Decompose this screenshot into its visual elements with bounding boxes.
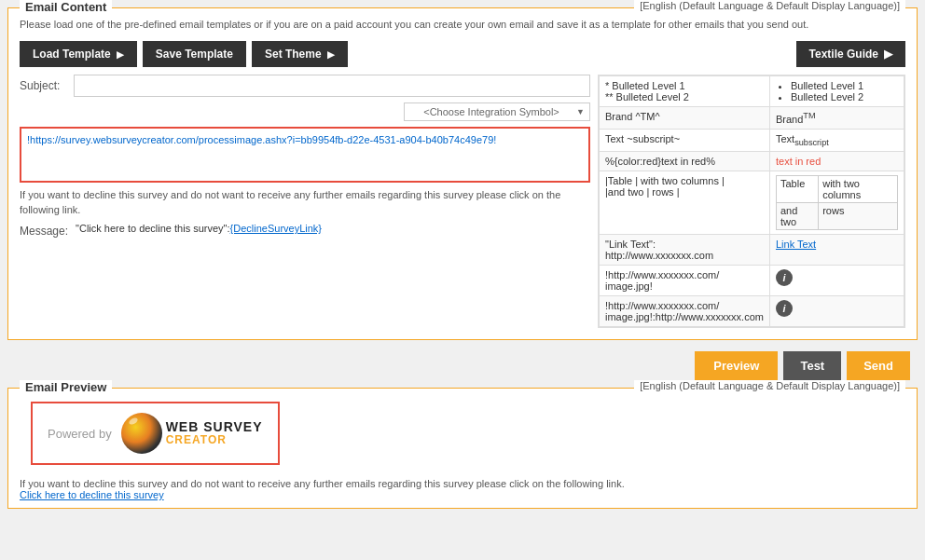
textile-preview: BrandTM bbox=[769, 107, 904, 130]
logo-text-bottom: CREATOR bbox=[166, 434, 263, 446]
textile-preview: text in red bbox=[769, 152, 904, 171]
email-content-title: Email Content bbox=[20, 0, 112, 14]
info-icon: i bbox=[776, 300, 793, 317]
textile-code: "Link Text":http://www.xxxxxxx.com bbox=[600, 235, 770, 266]
integration-row: <Choose Integration Symbol> bbox=[20, 102, 590, 121]
logo-text: WEB SURVEY CREATOR bbox=[166, 420, 263, 447]
preview-button[interactable]: Preview bbox=[695, 351, 778, 380]
textile-code: !http://www.xxxxxxx.com/image.jpg!:http:… bbox=[600, 296, 770, 327]
email-preview-title: Email Preview bbox=[20, 380, 112, 394]
left-panel: Subject: <Choose Integration Symbol> !ht… bbox=[20, 75, 590, 328]
textile-preview: Link Text bbox=[769, 235, 904, 266]
set-theme-button[interactable]: Set Theme ▶ bbox=[252, 41, 348, 67]
textile-guide-button[interactable]: Textile Guide ▶ bbox=[796, 41, 905, 67]
textile-guide-table: * Bulleted Level 1** Bulleted Level 2 Bu… bbox=[599, 75, 904, 327]
email-content-section: Email Content [English (Default Language… bbox=[7, 7, 918, 340]
decline-survey-preview-link[interactable]: Click here to decline this survey bbox=[20, 489, 164, 500]
load-template-button[interactable]: Load Template ▶ bbox=[20, 41, 137, 67]
message-content: "Click here to decline this survey":{Dec… bbox=[76, 223, 590, 238]
load-template-arrow-icon: ▶ bbox=[117, 49, 124, 60]
editor-content: !https://survey.websurveycreator.com/pro… bbox=[27, 134, 496, 145]
textile-guide-arrow-icon: ▶ bbox=[884, 48, 892, 61]
table-row: Text ~subscript~ Textsubscript bbox=[600, 130, 904, 152]
textile-preview: Tablewith two columns and tworows bbox=[769, 171, 904, 235]
table-row: * Bulleted Level 1** Bulleted Level 2 Bu… bbox=[600, 76, 904, 107]
set-theme-arrow-icon: ▶ bbox=[327, 49, 335, 60]
table-row: !http://www.xxxxxxx.com/image.jpg! i bbox=[600, 266, 904, 296]
integration-select[interactable]: <Choose Integration Symbol> bbox=[404, 102, 590, 121]
textile-preview: Textsubscript bbox=[769, 130, 904, 152]
email-content-language: [English (Default Language & Default Dis… bbox=[634, 0, 905, 11]
table-row: |Table | with two columns ||and two | ro… bbox=[600, 171, 904, 235]
email-preview-section: Email Preview [English (Default Language… bbox=[7, 388, 918, 509]
textile-code: Brand ^TM^ bbox=[600, 107, 770, 130]
textile-preview: i bbox=[769, 296, 904, 327]
test-button[interactable]: Test bbox=[783, 351, 841, 380]
subject-label: Subject: bbox=[20, 79, 66, 92]
textile-preview: Bulleted Level 1 Bulleted Level 2 bbox=[769, 76, 904, 107]
logo-graphic: WEB SURVEY CREATOR bbox=[121, 413, 263, 454]
textile-code: |Table | with two columns ||and two | ro… bbox=[600, 171, 770, 235]
email-content-description: Please load one of the pre-defined email… bbox=[8, 8, 917, 37]
helper-text: If you want to decline this survey and d… bbox=[20, 188, 590, 217]
logo-ball-icon bbox=[121, 413, 162, 454]
textile-preview: i bbox=[769, 266, 904, 296]
subject-input[interactable] bbox=[74, 75, 590, 97]
textile-code: * Bulleted Level 1** Bulleted Level 2 bbox=[600, 76, 770, 107]
decline-survey-link[interactable]: {DeclineSurveyLink} bbox=[230, 223, 322, 234]
message-row: Message: "Click here to decline this sur… bbox=[20, 223, 590, 238]
table-row: Brand ^TM^ BrandTM bbox=[600, 107, 904, 130]
table-row: "Link Text":http://www.xxxxxxx.com Link … bbox=[600, 235, 904, 266]
textile-code: !http://www.xxxxxxx.com/image.jpg! bbox=[600, 266, 770, 296]
email-toolbar: Load Template ▶ Save Template Set Theme … bbox=[8, 37, 917, 75]
preview-logo-box: Powered by WEB SURVEY CREATOR bbox=[31, 402, 280, 465]
email-content-area: Subject: <Choose Integration Symbol> !ht… bbox=[8, 75, 917, 339]
message-editor-box[interactable]: !https://survey.websurveycreator.com/pro… bbox=[20, 127, 590, 183]
message-label: Message: bbox=[20, 223, 68, 238]
logo-text-top: WEB SURVEY bbox=[166, 420, 263, 434]
powered-by-text: Powered by bbox=[48, 427, 112, 441]
info-icon: i bbox=[776, 269, 793, 286]
send-button[interactable]: Send bbox=[847, 351, 910, 380]
save-template-button[interactable]: Save Template bbox=[143, 41, 246, 67]
textile-code: Text ~subscript~ bbox=[600, 130, 770, 152]
textile-code: %{color:red}text in red% bbox=[600, 152, 770, 171]
textile-guide-panel: * Bulleted Level 1** Bulleted Level 2 Bu… bbox=[598, 75, 905, 328]
email-preview-language: [English (Default Language & Default Dis… bbox=[634, 380, 905, 391]
subject-row: Subject: bbox=[20, 75, 590, 97]
table-row: %{color:red}text in red% text in red bbox=[600, 152, 904, 171]
table-row: !http://www.xxxxxxx.com/image.jpg!:http:… bbox=[600, 296, 904, 327]
email-preview-decline-text: If you want to decline this survey and d… bbox=[8, 474, 917, 508]
integration-wrapper: <Choose Integration Symbol> bbox=[404, 102, 590, 121]
